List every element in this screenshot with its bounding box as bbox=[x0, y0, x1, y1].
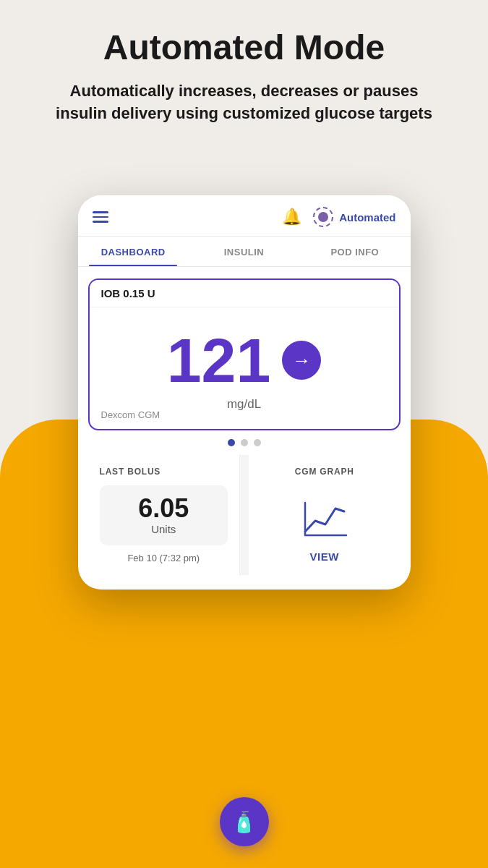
iob-label: IOB bbox=[101, 287, 121, 299]
cgm-graph-card[interactable]: CGM GRAPH VIEW bbox=[249, 455, 401, 575]
cgm-source-label: Dexcom CGM bbox=[101, 409, 160, 420]
menu-line-2 bbox=[93, 216, 108, 218]
dot-3[interactable] bbox=[254, 439, 261, 446]
topbar-right: 🔔 Automated bbox=[282, 207, 395, 227]
last-bolus-card: LAST BOLUS 6.05 Units Feb 10 (7:32 pm) bbox=[88, 455, 241, 575]
arrow-symbol: → bbox=[292, 349, 311, 372]
menu-button[interactable] bbox=[93, 211, 108, 223]
automated-circle-icon bbox=[313, 207, 333, 227]
bolus-date: Feb 10 (7:32 pm) bbox=[100, 553, 228, 563]
phone-topbar: 🔔 Automated bbox=[78, 195, 411, 237]
glucose-row: 121 → bbox=[167, 329, 322, 391]
iob-value: 0.15 U bbox=[123, 287, 155, 299]
tab-pod-info[interactable]: POD INFO bbox=[299, 237, 410, 266]
bolus-value-box: 6.05 Units bbox=[100, 485, 228, 545]
tab-bar: DASHBOARD INSULIN POD INFO bbox=[78, 237, 411, 267]
carousel-dots bbox=[78, 430, 411, 455]
automated-badge[interactable]: Automated bbox=[313, 207, 395, 227]
cgm-card: IOB 0.15 U 121 → mg/dL Dexcom CGM bbox=[88, 278, 401, 430]
menu-line-1 bbox=[93, 211, 108, 213]
page-subtitle: Automatically increases, decreases or pa… bbox=[43, 80, 445, 125]
bolus-number: 6.05 bbox=[108, 495, 220, 522]
menu-line-3 bbox=[93, 221, 108, 223]
dot-1[interactable] bbox=[228, 439, 235, 446]
bolus-card-header: LAST BOLUS bbox=[100, 467, 228, 477]
cgm-view-link[interactable]: VIEW bbox=[310, 550, 339, 563]
automated-inner-dot bbox=[318, 212, 328, 222]
cgm-graph-header: CGM GRAPH bbox=[295, 467, 354, 477]
bolus-unit: Units bbox=[108, 523, 220, 535]
glucose-arrow-icon: → bbox=[282, 341, 321, 380]
header-section: Automated Mode Automatically increases, … bbox=[0, 0, 488, 146]
tab-dashboard[interactable]: DASHBOARD bbox=[78, 237, 189, 266]
dot-2[interactable] bbox=[241, 439, 248, 446]
glucose-unit: mg/dL bbox=[227, 397, 261, 412]
glucose-value: 121 bbox=[167, 329, 271, 391]
tab-insulin[interactable]: INSULIN bbox=[189, 237, 299, 266]
cgm-graph-icon bbox=[299, 495, 350, 542]
notification-bell-icon[interactable]: 🔔 bbox=[282, 208, 301, 226]
glucose-display: 121 → mg/dL Dexcom CGM bbox=[90, 307, 399, 429]
fab-button[interactable]: 🧴 bbox=[220, 797, 269, 846]
page-title: Automated Mode bbox=[43, 29, 445, 67]
iob-bar: IOB 0.15 U bbox=[90, 280, 399, 307]
bottom-cards: LAST BOLUS 6.05 Units Feb 10 (7:32 pm) C… bbox=[88, 455, 401, 575]
fab-icon: 🧴 bbox=[231, 810, 257, 834]
phone-mockup: 🔔 Automated DASHBOARD INSULIN POD INFO I… bbox=[78, 195, 411, 590]
automated-label: Automated bbox=[339, 211, 395, 224]
